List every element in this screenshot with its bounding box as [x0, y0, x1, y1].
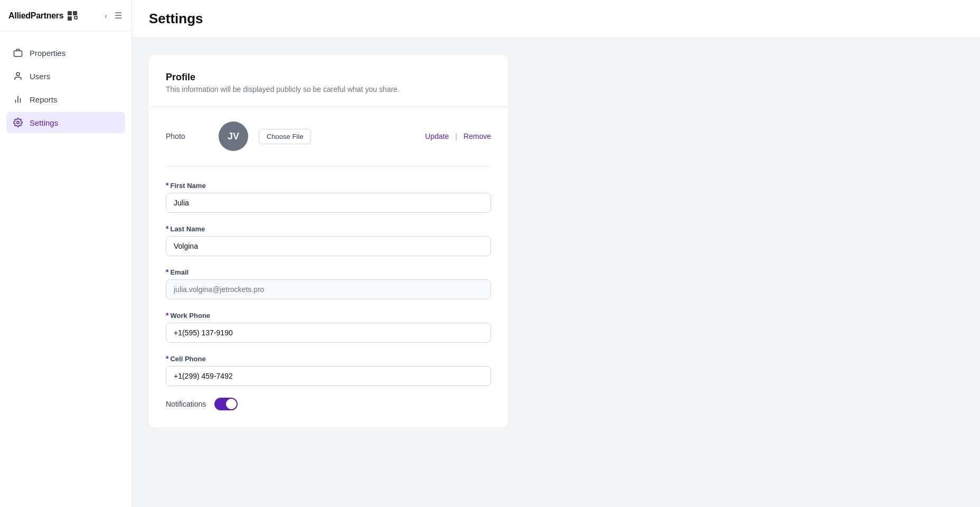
gear-icon — [13, 117, 23, 128]
main-area: Settings Profile This information will b… — [132, 0, 980, 507]
photo-row: Photo JV Choose File Update | Remove — [166, 121, 491, 166]
svg-rect-3 — [74, 16, 77, 19]
cell-phone-label: * Cell Phone — [166, 354, 491, 363]
notifications-toggle[interactable] — [214, 398, 238, 410]
profile-card: Profile This information will be display… — [149, 55, 508, 427]
remove-button[interactable]: Remove — [464, 132, 491, 140]
logo-icon — [67, 10, 78, 22]
email-label: * Email — [166, 268, 491, 276]
sidebar-item-label: Users — [30, 72, 50, 81]
sidebar-item-users[interactable]: Users — [6, 65, 125, 87]
separator: | — [455, 132, 457, 140]
first-name-label: * First Name — [166, 181, 491, 190]
svg-point-9 — [17, 121, 20, 124]
work-phone-input[interactable] — [166, 323, 491, 343]
required-star: * — [166, 311, 168, 320]
sidebar-item-settings[interactable]: Settings — [6, 112, 125, 133]
last-name-label: * Last Name — [166, 224, 491, 233]
email-input[interactable] — [166, 279, 491, 299]
sidebar-item-label: Settings — [30, 118, 58, 127]
work-phone-group: * Work Phone — [166, 311, 491, 343]
collapse-button[interactable]: ‹ — [103, 11, 108, 21]
header-controls: ‹ ☰ — [103, 10, 123, 22]
logo-area: AlliedPartners — [8, 10, 78, 22]
svg-rect-1 — [73, 11, 77, 15]
content-area: Profile This information will be display… — [132, 38, 980, 507]
svg-point-5 — [16, 72, 20, 76]
notifications-row: Notifications — [166, 398, 491, 410]
app-name: AlliedPartners — [8, 11, 63, 21]
choose-file-button[interactable]: Choose File — [259, 129, 311, 144]
menu-button[interactable]: ☰ — [114, 10, 123, 22]
toggle-thumb — [226, 399, 237, 409]
sidebar-item-label: Reports — [30, 95, 58, 104]
last-name-input[interactable] — [166, 236, 491, 256]
nav-menu: Properties Users Reports — [0, 32, 131, 144]
briefcase-icon — [13, 48, 23, 58]
sidebar: AlliedPartners ‹ ☰ P — [0, 0, 132, 507]
required-star: * — [166, 354, 168, 363]
required-star: * — [166, 224, 168, 233]
photo-actions: Update | Remove — [425, 132, 491, 140]
page-title: Settings — [149, 11, 203, 27]
avatar: JV — [219, 121, 248, 151]
svg-rect-4 — [14, 51, 22, 57]
last-name-group: * Last Name — [166, 224, 491, 256]
section-subtitle: This information will be displayed publi… — [166, 85, 491, 93]
avatar-initials: JV — [228, 131, 239, 142]
cell-phone-input[interactable] — [166, 366, 491, 386]
sidebar-header: AlliedPartners ‹ ☰ — [0, 0, 131, 32]
update-button[interactable]: Update — [425, 132, 449, 140]
required-star: * — [166, 181, 168, 190]
cell-phone-group: * Cell Phone — [166, 354, 491, 386]
sidebar-item-reports[interactable]: Reports — [6, 89, 125, 110]
bar-chart-icon — [13, 94, 23, 105]
user-icon — [13, 71, 23, 81]
photo-label: Photo — [166, 132, 208, 140]
notifications-label: Notifications — [166, 400, 206, 408]
work-phone-label: * Work Phone — [166, 311, 491, 320]
divider — [149, 106, 508, 107]
first-name-group: * First Name — [166, 181, 491, 213]
first-name-input[interactable] — [166, 193, 491, 213]
svg-rect-0 — [68, 11, 72, 15]
top-bar: Settings — [132, 0, 980, 38]
email-group: * Email — [166, 268, 491, 299]
sidebar-item-label: Properties — [30, 49, 65, 58]
required-star: * — [166, 268, 168, 276]
sidebar-item-properties[interactable]: Properties — [6, 42, 125, 63]
svg-rect-2 — [68, 16, 72, 21]
section-title: Profile — [166, 72, 491, 83]
